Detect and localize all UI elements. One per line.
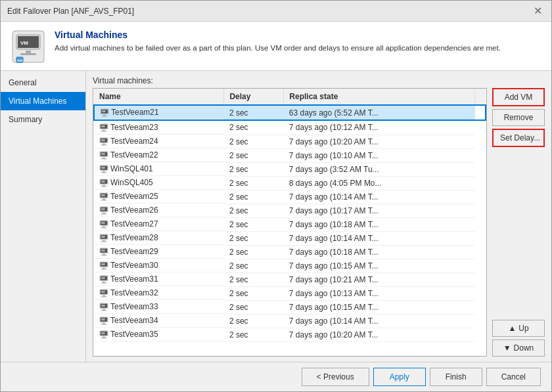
svg-rect-12 (102, 116, 108, 116)
vm-name: TestVeeam22 (110, 150, 158, 160)
vm-name: TestVeeam32 (110, 288, 158, 297)
svg-rect-76 (103, 295, 105, 297)
apply-button[interactable]: Apply (373, 368, 426, 386)
svg-rect-17 (101, 131, 107, 131)
table-row[interactable]: VM TestVeeam352 sec7 days ago (10:20 AM … (94, 328, 486, 341)
svg-text:VM: VM (101, 263, 105, 266)
vm-row-icon: VM (99, 206, 108, 215)
svg-text:VM: VM (101, 166, 105, 169)
col-name: Name (94, 89, 224, 105)
table-row[interactable]: VM TestVeeam322 sec7 days ago (10:13 AM … (94, 286, 486, 300)
svg-text:VM: VM (101, 290, 105, 294)
svg-text:VM: VM (101, 152, 105, 156)
vm-row-icon: VM (99, 219, 108, 229)
vm-name: TestVeeam21 (111, 108, 159, 117)
svg-rect-22 (101, 144, 107, 145)
svg-rect-52 (101, 227, 107, 228)
cancel-button[interactable]: Cancel (486, 368, 541, 386)
svg-rect-11 (103, 115, 106, 116)
table-row[interactable]: VM TestVeeam292 sec7 days ago (10:18 AM … (94, 245, 486, 259)
svg-rect-71 (103, 282, 105, 283)
vm-row-icon: VM (99, 178, 108, 187)
vm-name: WinSQL405 (110, 178, 153, 187)
vm-state: 7 days ago (10:14 AM T... (284, 190, 475, 204)
svg-rect-61 (103, 254, 105, 255)
svg-rect-47 (101, 213, 107, 214)
vm-state: 7 days ago (10:15 AM T... (284, 259, 475, 272)
vm-name: TestVeeam31 (110, 274, 158, 284)
table-row[interactable]: VM TestVeeam252 sec7 days ago (10:14 AM … (94, 190, 486, 204)
table-row[interactable]: VM TestVeeam282 sec7 days ago (10:14 AM … (94, 231, 486, 245)
table-row[interactable]: VM TestVeeam232 sec7 days ago (10:12 AM … (94, 120, 486, 135)
svg-rect-67 (101, 269, 107, 269)
svg-rect-46 (103, 213, 105, 214)
vm-delay: 2 sec (224, 217, 284, 231)
svg-rect-86 (103, 323, 105, 324)
vm-delay: 2 sec (224, 300, 284, 314)
vm-table-wrapper: Name Delay Replica state VM TestVeeam212… (93, 88, 545, 357)
table-row[interactable]: VM TestVeeam272 sec7 days ago (10:18 AM … (94, 217, 486, 231)
vm-row-icon: VM (100, 108, 109, 117)
svg-rect-41 (103, 199, 105, 200)
svg-rect-77 (101, 296, 107, 297)
table-row[interactable]: VM WinSQL4052 sec8 days ago (4:05 PM Mo.… (94, 176, 486, 190)
dialog: Edit Failover Plan [ANF_AVS_FP01] ✕ VM v… (0, 0, 552, 392)
header-description: Add virtual machines to be failed over a… (55, 43, 501, 54)
vm-name: TestVeeam24 (110, 137, 158, 146)
vm-row-icon: VM (99, 261, 108, 270)
vm-state: 7 days ago (10:18 AM T... (284, 245, 475, 259)
table-row[interactable]: VM TestVeeam222 sec7 days ago (10:10 AM … (94, 148, 486, 162)
table-row[interactable]: VM TestVeeam312 sec7 days ago (10:21 AM … (94, 272, 486, 286)
down-button[interactable]: ▼ Down (492, 339, 545, 357)
up-button[interactable]: ▲ Up (492, 320, 545, 337)
svg-rect-21 (103, 144, 105, 145)
side-buttons: Add VM Remove Set Delay... ▲ Up ▼ Down (492, 88, 545, 357)
vm-delay: 2 sec (224, 286, 284, 300)
sidebar-item-virtual-machines[interactable]: Virtual Machines (1, 92, 85, 110)
svg-rect-37 (101, 186, 107, 186)
vm-state: 7 days ago (3:52 AM Tu... (284, 162, 475, 176)
vm-icon: VM vm (11, 30, 45, 64)
header-title: Virtual Machines (55, 30, 501, 40)
table-row[interactable]: VM TestVeeam332 sec7 days ago (10:15 AM … (94, 300, 486, 314)
svg-rect-82 (101, 310, 107, 311)
vm-row-icon: VM (99, 137, 108, 146)
vm-row-icon: VM (99, 164, 108, 173)
table-row[interactable]: VM TestVeeam262 sec7 days ago (10:17 AM … (94, 204, 486, 217)
svg-text:VM: VM (101, 221, 105, 225)
vm-name: TestVeeam23 (110, 123, 158, 132)
svg-text:VM: VM (101, 139, 105, 142)
svg-text:VM: VM (101, 332, 105, 335)
close-button[interactable]: ✕ (531, 5, 545, 17)
table-row[interactable]: VM TestVeeam302 sec7 days ago (10:15 AM … (94, 259, 486, 272)
vm-state: 7 days ago (10:20 AM T... (284, 328, 475, 341)
set-delay-button[interactable]: Set Delay... (492, 129, 545, 147)
vm-row-icon: VM (99, 192, 108, 201)
add-vm-button[interactable]: Add VM (492, 88, 545, 106)
vm-state: 7 days ago (10:14 AM T... (284, 231, 475, 245)
vm-delay: 2 sec (224, 328, 284, 341)
vm-section-label: Virtual machines: (93, 76, 545, 85)
sidebar-item-general[interactable]: General (1, 74, 85, 92)
svg-rect-57 (101, 241, 107, 242)
svg-rect-62 (101, 255, 107, 255)
svg-rect-31 (103, 171, 105, 173)
table-row[interactable]: VM TestVeeam342 sec7 days ago (10:14 AM … (94, 314, 486, 328)
vm-row-icon: VM (99, 123, 108, 132)
sidebar-item-summary[interactable]: Summary (1, 110, 85, 129)
vm-state: 63 days ago (5:52 AM T... (284, 105, 475, 120)
table-row[interactable]: VM TestVeeam212 sec63 days ago (5:52 AM … (94, 105, 486, 120)
vm-delay: 2 sec (224, 135, 284, 148)
svg-rect-66 (103, 268, 105, 269)
vm-delay: 2 sec (224, 190, 284, 204)
finish-button[interactable]: Finish (430, 368, 482, 386)
vm-table-container[interactable]: Name Delay Replica state VM TestVeeam212… (93, 88, 487, 357)
svg-rect-92 (101, 338, 107, 338)
remove-button[interactable]: Remove (492, 109, 545, 126)
svg-text:VM: VM (101, 180, 105, 183)
table-row[interactable]: VM TestVeeam242 sec7 days ago (10:20 AM … (94, 135, 486, 148)
vm-state: 8 days ago (4:05 PM Mo... (284, 176, 475, 190)
table-row[interactable]: VM WinSQL4012 sec7 days ago (3:52 AM Tu.… (94, 162, 486, 176)
vm-row-icon: VM (99, 233, 108, 242)
previous-button[interactable]: < Previous (302, 368, 369, 386)
